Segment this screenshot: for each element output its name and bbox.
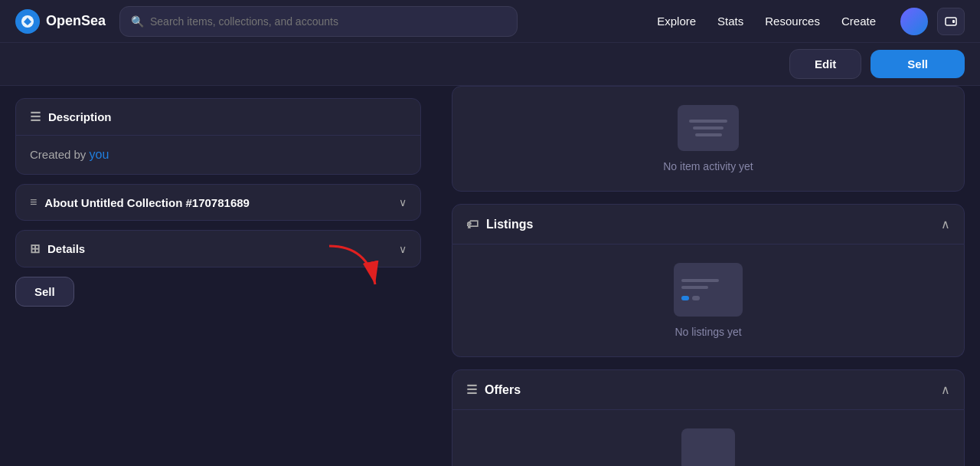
svg-rect-2 — [952, 20, 955, 23]
nav-explore[interactable]: Explore — [657, 15, 696, 28]
about-card: ≡ About Untitled Collection #170781689 ∨ — [15, 184, 421, 221]
no-activity-text: No item activity yet — [663, 160, 753, 172]
listings-title: Listings — [486, 218, 533, 231]
details-header-left: ⊞ Details — [30, 241, 85, 256]
listings-placeholder-image — [674, 263, 743, 317]
offers-icon: ☰ — [466, 382, 477, 397]
description-card: ☰ Description Created by you — [15, 98, 421, 175]
created-by-label: Created by — [30, 148, 90, 161]
listing-toggle — [681, 296, 735, 300]
logo-area[interactable]: OpenSea — [15, 9, 107, 34]
offers-header[interactable]: ☰ Offers ∧ — [452, 369, 965, 410]
toggle-off — [692, 296, 700, 300]
nav-links: Explore Stats Resources Create — [657, 15, 876, 28]
main-content: ☰ Description Created by you ≡ About Unt… — [0, 86, 980, 466]
activity-line-1 — [689, 120, 727, 123]
offers-collapse-icon[interactable]: ∧ — [941, 382, 950, 397]
activity-placeholder-image — [678, 105, 739, 151]
activity-line-2 — [693, 126, 724, 130]
about-header[interactable]: ≡ About Untitled Collection #170781689 ∨ — [16, 185, 420, 220]
toggle-on — [681, 296, 689, 300]
description-header-left: ☰ Description — [30, 110, 112, 124]
details-icon: ⊞ — [30, 241, 40, 256]
description-header[interactable]: ☰ Description — [16, 99, 420, 135]
created-by-link[interactable]: you — [90, 148, 109, 161]
details-chevron-icon: ∨ — [399, 243, 407, 255]
edit-button[interactable]: Edit — [789, 49, 861, 79]
about-icon: ≡ — [30, 195, 37, 209]
nav-actions — [900, 8, 965, 35]
offers-body — [452, 410, 965, 466]
opensea-logo-icon — [15, 9, 40, 34]
listing-line-1 — [681, 279, 719, 282]
listing-ph-inner — [674, 263, 743, 317]
logo-text: OpenSea — [46, 13, 106, 29]
sell-button-inline[interactable]: Sell — [15, 277, 74, 307]
navbar: OpenSea 🔍 Explore Stats Resources Create — [0, 0, 980, 43]
offers-title: Offers — [485, 383, 521, 397]
secondary-navbar: Edit Sell — [0, 43, 980, 86]
listings-collapse-icon[interactable]: ∧ — [941, 217, 950, 231]
about-header-left: ≡ About Untitled Collection #170781689 — [30, 195, 250, 209]
offers-placeholder-image — [681, 428, 735, 466]
listings-header-left: 🏷 Listings — [466, 218, 533, 231]
search-bar[interactable]: 🔍 — [119, 6, 518, 37]
sell-annotation-area: Sell — [15, 277, 421, 307]
listing-line-2 — [681, 286, 708, 289]
listings-icon: 🏷 — [466, 218, 479, 231]
no-activity-section: No item activity yet — [452, 86, 965, 192]
details-card: ⊞ Details ∨ — [15, 230, 421, 267]
nav-resources[interactable]: Resources — [765, 15, 820, 28]
offers-header-left: ☰ Offers — [466, 382, 521, 397]
wallet-icon-button[interactable] — [937, 8, 965, 35]
right-panel: No item activity yet 🏷 Listings ∧ — [436, 86, 980, 466]
nav-stats[interactable]: Stats — [717, 15, 743, 28]
listings-header[interactable]: 🏷 Listings ∧ — [452, 204, 965, 244]
left-panel: ☰ Description Created by you ≡ About Unt… — [0, 86, 436, 466]
listings-section: 🏷 Listings ∧ No listings yet — [452, 204, 965, 357]
nav-create[interactable]: Create — [841, 15, 876, 28]
description-title: Description — [48, 110, 112, 123]
about-title: About Untitled Collection #170781689 — [44, 196, 250, 209]
details-header[interactable]: ⊞ Details ∨ — [16, 231, 420, 267]
avatar[interactable] — [900, 8, 928, 35]
activity-line-3 — [695, 133, 722, 136]
search-input[interactable] — [150, 15, 506, 28]
no-listings-text: No listings yet — [675, 326, 741, 338]
about-chevron-icon: ∨ — [399, 196, 407, 208]
offers-section: ☰ Offers ∧ — [452, 369, 965, 466]
details-title: Details — [47, 242, 85, 255]
search-icon: 🔍 — [131, 15, 144, 28]
description-body: Created by you — [16, 135, 420, 174]
activity-placeholder-lines — [689, 120, 727, 136]
sell-button-top[interactable]: Sell — [871, 50, 965, 78]
listings-body: No listings yet — [452, 244, 965, 357]
description-icon: ☰ — [30, 110, 41, 124]
